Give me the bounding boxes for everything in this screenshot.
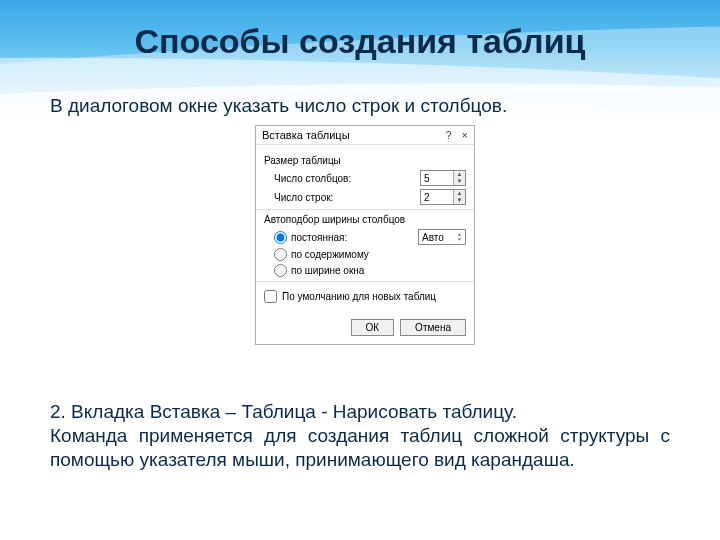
help-button[interactable]: ? bbox=[445, 129, 451, 141]
close-button[interactable]: × bbox=[462, 129, 468, 141]
radio-fixed-row: постоянная: Авто ▲▼ bbox=[274, 229, 466, 245]
dialog-titlebar: Вставка таблицы ? × bbox=[256, 126, 474, 145]
columns-row: Число столбцов: ▲▼ bbox=[274, 170, 466, 186]
columns-label: Число столбцов: bbox=[274, 173, 351, 184]
dialog-title-text: Вставка таблицы bbox=[262, 129, 350, 141]
radio-content[interactable] bbox=[274, 248, 287, 261]
rows-input[interactable] bbox=[421, 192, 453, 203]
intro-text: В диалоговом окне указать число строк и … bbox=[50, 94, 670, 118]
rows-label: Число строк: bbox=[274, 192, 333, 203]
insert-table-dialog: Вставка таблицы ? × Размер таблицы Число… bbox=[255, 125, 475, 345]
remember-label: По умолчанию для новых таблиц bbox=[282, 291, 436, 302]
fixed-width-value[interactable]: Авто ▲▼ bbox=[418, 229, 466, 245]
remember-checkbox[interactable] bbox=[264, 290, 277, 303]
columns-input[interactable] bbox=[421, 173, 453, 184]
section-size-label: Размер таблицы bbox=[264, 155, 466, 166]
radio-fixed-label: постоянная: bbox=[291, 232, 347, 243]
slide-title: Способы создания таблиц bbox=[0, 22, 720, 61]
spinner-arrows[interactable]: ▲▼ bbox=[453, 171, 465, 185]
arrow-up-icon[interactable]: ▲ bbox=[454, 190, 465, 197]
spinner-arrows[interactable]: ▲▼ bbox=[453, 190, 465, 204]
radio-window[interactable] bbox=[274, 264, 287, 277]
divider bbox=[256, 209, 474, 210]
dialog-body: Размер таблицы Число столбцов: ▲▼ Число … bbox=[256, 145, 474, 313]
section-autofit-label: Автоподбор ширины столбцов bbox=[264, 214, 466, 225]
arrow-up-icon[interactable]: ▲ bbox=[454, 171, 465, 178]
radio-content-row: по содержимому bbox=[274, 248, 466, 261]
fixed-width-text: Авто bbox=[422, 232, 444, 243]
arrow-down-icon[interactable]: ▼ bbox=[454, 178, 465, 185]
radio-window-row: по ширине окна bbox=[274, 264, 466, 277]
para2-rest: Команда применяется для создания таблиц … bbox=[50, 425, 670, 470]
arrow-down-icon[interactable]: ▼ bbox=[454, 197, 465, 204]
dialog-buttons: ОК Отмена bbox=[256, 313, 474, 344]
radio-fixed[interactable] bbox=[274, 231, 287, 244]
remember-row: По умолчанию для новых таблиц bbox=[264, 290, 466, 303]
rows-row: Число строк: ▲▼ bbox=[274, 189, 466, 205]
divider bbox=[256, 281, 474, 282]
radio-content-label: по содержимому bbox=[291, 249, 369, 260]
radio-window-label: по ширине окна bbox=[291, 265, 364, 276]
rows-spinner[interactable]: ▲▼ bbox=[420, 189, 466, 205]
cancel-button[interactable]: Отмена bbox=[400, 319, 466, 336]
para2-line1: 2. Вкладка Вставка – Таблица - Нарисоват… bbox=[50, 401, 517, 422]
arrow-down-icon[interactable]: ▼ bbox=[457, 237, 462, 242]
columns-spinner[interactable]: ▲▼ bbox=[420, 170, 466, 186]
ok-button[interactable]: ОК bbox=[351, 319, 395, 336]
paragraph-2: 2. Вкладка Вставка – Таблица - Нарисоват… bbox=[50, 400, 670, 471]
